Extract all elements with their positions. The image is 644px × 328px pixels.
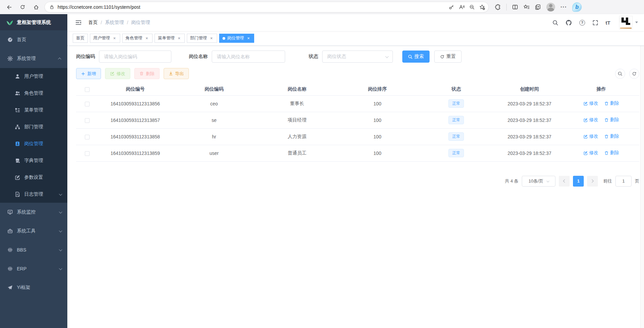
page-number-current[interactable]: 1 <box>573 176 584 187</box>
search-button[interactable]: 搜索 <box>402 51 430 63</box>
breadcrumb-home[interactable]: 首页 <box>88 20 98 26</box>
tab-close-icon[interactable]: × <box>246 36 251 41</box>
post-code-input[interactable] <box>99 51 171 63</box>
sidebar-item-bbs[interactable]: BBS <box>0 240 67 259</box>
add-favorite-icon[interactable] <box>479 4 485 10</box>
sidebar-item-yi-framework[interactable]: Yi框架 <box>0 278 67 297</box>
help-icon[interactable] <box>579 20 585 26</box>
delete-button[interactable]: 删除 <box>134 68 160 79</box>
tab-menus[interactable]: 菜单管理 × <box>155 34 185 43</box>
chevron-down-icon <box>59 248 62 251</box>
row-checkbox[interactable] <box>85 151 90 156</box>
github-icon[interactable] <box>566 20 572 26</box>
export-button[interactable]: 导出 <box>164 68 189 79</box>
sidebar-item-tools[interactable]: 系统工具 <box>0 222 67 240</box>
goto-page-input[interactable] <box>615 176 632 187</box>
header-search-icon[interactable] <box>552 20 558 26</box>
status-select[interactable]: 岗位状态 <box>322 51 393 63</box>
browser-refresh-button[interactable] <box>17 1 28 13</box>
show-search-toggle-button[interactable] <box>615 69 625 79</box>
sidebar-item-dictionary[interactable]: 字典管理 <box>0 152 67 169</box>
refresh-table-button[interactable] <box>629 69 639 79</box>
column-post-code: 岗位编码 <box>172 83 256 95</box>
column-post-order: 岗位排序 <box>338 83 417 95</box>
page-size-select[interactable]: 10条/页 <box>522 176 555 187</box>
select-all-checkbox[interactable] <box>85 87 90 92</box>
sidebar-item-home[interactable]: 首页 <box>0 30 67 49</box>
edit-button[interactable]: 修改 <box>105 68 130 79</box>
browser-profile-avatar[interactable] <box>546 3 555 11</box>
row-edit-link[interactable]: 修改 <box>583 133 598 139</box>
monitor-icon <box>7 209 13 215</box>
sidebar-item-parameters[interactable]: 参数设置 <box>0 169 67 186</box>
browser-back-button[interactable] <box>3 1 15 13</box>
sidebar-item-menus[interactable]: 菜单管理 <box>0 102 67 119</box>
cell-created: 2023-03-29 18:52:37 <box>496 112 563 128</box>
row-delete-link[interactable]: 删除 <box>604 117 619 123</box>
sidebar-item-label: 系统管理 <box>17 56 55 62</box>
next-page-button[interactable] <box>587 176 598 187</box>
collections-icon[interactable] <box>535 4 541 10</box>
cell-post-id: 1641030593112313858 <box>99 128 172 145</box>
sidebar: 意框架管理系统 首页 系统管理 <box>0 14 67 328</box>
tab-close-icon[interactable]: × <box>112 36 117 41</box>
sidebar-item-posts[interactable]: 岗位管理 <box>0 135 67 152</box>
tab-posts-active[interactable]: 岗位管理 × <box>219 34 254 43</box>
favorites-icon[interactable] <box>523 4 530 10</box>
tab-close-icon[interactable]: × <box>177 36 181 41</box>
edit-icon <box>583 134 588 139</box>
cell-post-code: user <box>172 145 256 161</box>
sidebar-item-monitoring[interactable]: 系统监控 <box>0 203 67 222</box>
hamburger-icon[interactable] <box>73 17 84 28</box>
row-edit-link[interactable]: 修改 <box>583 117 598 123</box>
extensions-icon[interactable] <box>495 4 501 10</box>
row-checkbox[interactable] <box>85 102 90 106</box>
bing-chat-icon[interactable] <box>572 2 582 12</box>
sidebar-item-users[interactable]: 用户管理 <box>0 68 67 85</box>
tab-users[interactable]: 用户管理 × <box>90 34 120 43</box>
app-navbar: 首页 / 系统管理 / 岗位管理 <box>67 14 644 31</box>
row-edit-link[interactable]: 修改 <box>583 150 598 156</box>
browser-home-button[interactable] <box>30 1 42 13</box>
reset-button[interactable]: 重置 <box>434 51 462 63</box>
sidebar-item-system[interactable]: 系统管理 <box>0 49 67 68</box>
add-button[interactable]: 新增 <box>76 68 101 79</box>
browser-menu-icon[interactable] <box>561 4 567 10</box>
row-delete-link[interactable]: 删除 <box>604 150 619 156</box>
browser-scrollbar[interactable] <box>640 14 644 328</box>
text-size-icon[interactable] <box>606 20 610 26</box>
table-row: 1641030593112313859 user 普通员工 100 正常 202… <box>76 145 639 161</box>
row-delete-link[interactable]: 删除 <box>604 133 619 139</box>
tab-departments[interactable]: 部门管理 × <box>187 34 217 43</box>
row-edit-link[interactable]: 修改 <box>583 100 598 106</box>
url-text[interactable]: https://ccnetcore.com:1101/system/post <box>58 4 449 10</box>
read-aloud-icon[interactable] <box>459 4 465 10</box>
chevron-left-icon <box>563 179 567 183</box>
sidebar-item-roles[interactable]: 角色管理 <box>0 85 67 102</box>
user-avatar[interactable] <box>619 16 638 29</box>
tab-home[interactable]: 首页 <box>73 34 88 43</box>
app-logo[interactable]: 意框架管理系统 <box>0 14 67 30</box>
prev-page-button[interactable] <box>559 176 570 187</box>
fullscreen-icon[interactable] <box>592 20 598 26</box>
lock-icon <box>49 5 54 9</box>
row-checkbox[interactable] <box>85 135 90 139</box>
sidebar-item-departments[interactable]: 部门管理 <box>0 119 67 135</box>
leaf-logo-icon <box>6 19 13 26</box>
address-bar[interactable]: https://ccnetcore.com:1101/system/post <box>44 2 489 12</box>
menu-tree-icon <box>15 107 20 113</box>
row-delete-link[interactable]: 删除 <box>604 100 619 106</box>
sidebar-item-logs[interactable]: 日志管理 <box>0 186 67 203</box>
cell-post-name: 董事长 <box>256 95 338 112</box>
tab-roles[interactable]: 角色管理 × <box>122 34 152 43</box>
split-screen-icon[interactable] <box>512 4 518 10</box>
post-name-input[interactable] <box>212 51 285 63</box>
sidebar-item-erp[interactable]: ERP <box>0 259 67 278</box>
edit-icon <box>583 151 588 155</box>
row-checkbox[interactable] <box>85 118 90 123</box>
zoom-out-icon[interactable] <box>469 4 475 10</box>
tab-close-icon[interactable]: × <box>209 36 214 41</box>
sidebar-item-label: 参数设置 <box>24 174 61 181</box>
tab-close-icon[interactable]: × <box>144 36 149 41</box>
password-key-icon[interactable] <box>449 4 454 10</box>
